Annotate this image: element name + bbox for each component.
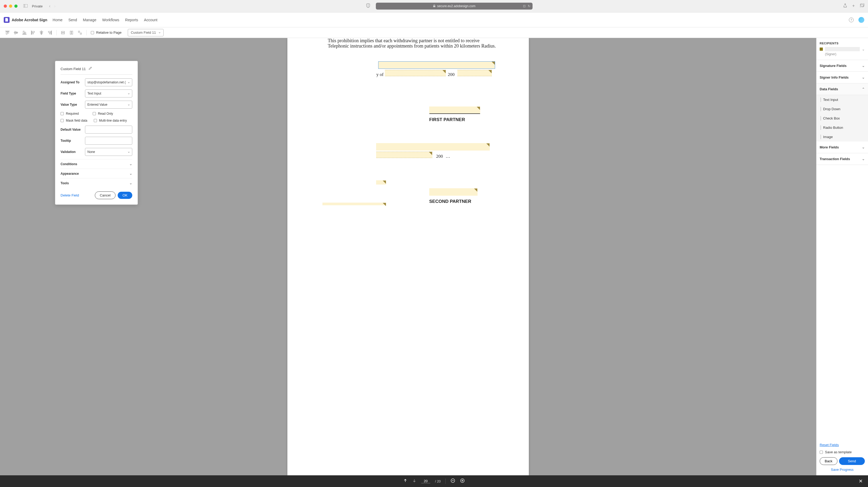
- save-progress-link[interactable]: Save Progress: [820, 467, 865, 472]
- form-field[interactable]: [322, 203, 386, 205]
- checkbox-icon: [820, 451, 823, 454]
- assigned-to-select[interactable]: stop@stopdefamation.net (Signer): [85, 78, 132, 86]
- current-page-input[interactable]: [421, 479, 430, 483]
- nav-reports[interactable]: Reports: [125, 18, 138, 22]
- new-tab-icon[interactable]: +: [852, 3, 855, 9]
- form-field[interactable]: [429, 106, 480, 114]
- match-height-icon[interactable]: [68, 29, 75, 36]
- form-field[interactable]: [457, 70, 492, 76]
- svg-rect-4: [860, 4, 863, 7]
- svg-rect-13: [23, 31, 24, 34]
- doc-y-of: y of: [376, 72, 383, 77]
- value-type-label: Value Type: [61, 103, 85, 106]
- sidebar-toggle-icon[interactable]: [23, 4, 28, 8]
- reload-icon[interactable]: ↻: [528, 4, 530, 8]
- align-top-icon[interactable]: [4, 29, 11, 36]
- nav-account[interactable]: Account: [144, 18, 157, 22]
- help-icon[interactable]: ?: [849, 18, 854, 22]
- svg-rect-16: [32, 31, 34, 32]
- field-type-check-box[interactable]: Check Box: [816, 113, 868, 123]
- align-middle-icon[interactable]: [12, 29, 20, 36]
- value-type-select[interactable]: Entered Value: [85, 101, 132, 108]
- transaction-fields-section[interactable]: Transaction Fields ⌄: [816, 153, 868, 165]
- zoom-out-icon[interactable]: [451, 478, 455, 484]
- send-button[interactable]: Send: [839, 457, 865, 465]
- close-icon[interactable]: ✕: [859, 478, 863, 484]
- multiline-checkbox[interactable]: Multi-line data entry: [94, 119, 127, 122]
- delete-field-link[interactable]: Delete Field: [61, 193, 79, 197]
- chevron-down-icon: ⌄: [129, 162, 132, 166]
- match-size-icon[interactable]: [76, 29, 84, 36]
- tools-section[interactable]: Tools ⌄: [61, 178, 132, 188]
- minimize-window-icon[interactable]: [9, 4, 12, 8]
- divider: [61, 74, 132, 75]
- align-left-icon[interactable]: [29, 29, 37, 36]
- align-bottom-icon[interactable]: [21, 29, 28, 36]
- form-field[interactable]: [376, 143, 490, 151]
- custom-field-11[interactable]: [378, 61, 495, 69]
- page-up-icon[interactable]: [403, 479, 407, 484]
- back-icon[interactable]: ‹: [49, 4, 50, 8]
- maximize-window-icon[interactable]: [14, 4, 18, 8]
- avatar[interactable]: [859, 17, 864, 23]
- page-down-icon[interactable]: [412, 479, 416, 484]
- default-value-input[interactable]: [85, 126, 132, 134]
- nav-home[interactable]: Home: [53, 18, 62, 22]
- relative-to-page-checkbox[interactable]: Relative to Page: [91, 31, 121, 34]
- canvas-area[interactable]: This prohibition implies that each withd…: [0, 38, 816, 475]
- nav-workflows[interactable]: Workflows: [102, 18, 119, 22]
- conditions-section[interactable]: Conditions ⌄: [61, 159, 132, 169]
- appearance-section[interactable]: Appearance ⌄: [61, 169, 132, 178]
- tabs-icon[interactable]: [860, 3, 864, 9]
- ok-button[interactable]: OK: [118, 192, 132, 199]
- mask-checkbox[interactable]: Mask field data: [61, 119, 87, 122]
- form-field[interactable]: [376, 180, 386, 185]
- align-right-icon[interactable]: [46, 29, 54, 36]
- validation-select[interactable]: None: [85, 148, 132, 156]
- nav-send[interactable]: Send: [68, 18, 77, 22]
- address-bar[interactable]: secure.eu2.adobesign.com ⊡ ↻: [376, 3, 532, 9]
- reader-icon[interactable]: ⊡: [523, 4, 526, 8]
- shield-icon[interactable]: [366, 3, 370, 9]
- form-field[interactable]: [429, 188, 477, 196]
- chevron-down-icon: ⌄: [862, 75, 865, 79]
- share-icon[interactable]: [843, 3, 847, 9]
- reset-fields-link[interactable]: Reset Fields: [820, 443, 865, 447]
- field-type-text-input[interactable]: Text Input: [816, 95, 868, 104]
- close-window-icon[interactable]: [4, 4, 7, 8]
- save-template-checkbox[interactable]: Save as template: [820, 450, 865, 454]
- required-checkbox[interactable]: Required: [61, 112, 79, 116]
- field-type-drop-down[interactable]: Drop Down: [816, 104, 868, 113]
- edit-name-icon[interactable]: [88, 66, 92, 71]
- back-button[interactable]: Back: [820, 457, 837, 465]
- svg-rect-22: [48, 31, 51, 32]
- form-field[interactable]: [376, 152, 432, 158]
- field-selector-dropdown[interactable]: Custom Field 11: [128, 29, 164, 36]
- relative-to-page-label: Relative to Page: [96, 31, 121, 34]
- readonly-checkbox[interactable]: Read Only: [93, 112, 113, 116]
- recipients-section: RECIPIENTS ⌄ (Signer): [816, 38, 868, 60]
- field-type-select[interactable]: Text Input: [85, 90, 132, 97]
- more-fields-section[interactable]: More Fields ⌄: [816, 141, 868, 153]
- url-text: secure.eu2.adobesign.com: [437, 4, 475, 8]
- app-title: Adobe Acrobat Sign: [12, 18, 47, 22]
- data-fields-section[interactable]: Data Fields ⌃: [816, 84, 868, 95]
- cancel-button[interactable]: Cancel: [95, 191, 116, 199]
- default-value-label: Default Value: [61, 128, 85, 131]
- nav-manage[interactable]: Manage: [83, 18, 96, 22]
- signature-fields-section[interactable]: Signature Fields ⌄: [816, 60, 868, 72]
- match-width-icon[interactable]: [59, 29, 67, 36]
- field-type-image[interactable]: Image: [816, 132, 868, 141]
- form-field[interactable]: [385, 70, 446, 76]
- recipient-color-swatch: [820, 47, 823, 51]
- zoom-in-icon[interactable]: [460, 478, 465, 484]
- field-type-radio-button[interactable]: Radio Button: [816, 123, 868, 132]
- app-logo-icon: [4, 17, 9, 23]
- svg-rect-26: [70, 31, 71, 34]
- signer-info-section[interactable]: Signer Info Fields ⌄: [816, 72, 868, 84]
- tooltip-input[interactable]: [85, 137, 132, 145]
- align-center-icon[interactable]: [38, 29, 45, 36]
- tooltip-label: Tooltip: [61, 139, 85, 142]
- browser-chrome: Private ‹ › secure.eu2.adobesign.com ⊡ ↻…: [0, 0, 868, 12]
- recipient-row[interactable]: ⌄: [820, 47, 865, 51]
